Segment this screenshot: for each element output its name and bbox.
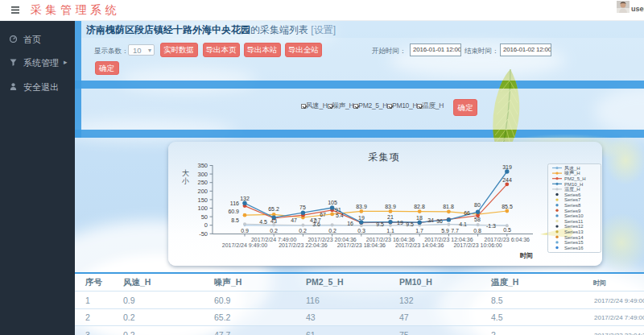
svg-text:47: 47 [291, 217, 297, 223]
svg-text:1.1: 1.1 [386, 228, 394, 234]
svg-text:Series13: Series13 [564, 230, 584, 234]
svg-text:5.9: 5.9 [441, 228, 449, 234]
svg-text:200: 200 [197, 188, 208, 195]
svg-text:PM10_H: PM10_H [564, 182, 583, 187]
svg-text:19: 19 [358, 215, 365, 221]
svg-text:Series12: Series12 [564, 224, 584, 229]
svg-text:2017/2/23 14:04:36: 2017/2/23 14:04:36 [395, 242, 444, 248]
svg-text:80: 80 [474, 202, 481, 208]
svg-text:Series8: Series8 [564, 203, 581, 208]
svg-text:2017/2/23 6:04:36: 2017/2/23 6:04:36 [485, 237, 530, 242]
svg-text:-1.3: -1.3 [486, 223, 496, 229]
svg-text:2017/2/23 10:06:00: 2017/2/23 10:06:00 [453, 242, 502, 248]
svg-text:8.5: 8.5 [231, 217, 239, 223]
svg-text:1.7: 1.7 [415, 228, 423, 234]
svg-text:0.9: 0.9 [241, 228, 249, 234]
svg-text:0.8: 0.8 [473, 228, 481, 234]
svg-text:9.5: 9.5 [406, 221, 414, 227]
svg-text:-50: -50 [199, 230, 208, 238]
svg-text:Series7: Series7 [564, 197, 581, 202]
svg-text:2017/2/23 12:04:36: 2017/2/23 12:04:36 [424, 237, 473, 242]
svg-text:34: 34 [427, 217, 434, 223]
svg-text:2017/2/23 18:04:36: 2017/2/23 18:04:36 [337, 242, 386, 248]
svg-text:大: 大 [182, 169, 189, 177]
svg-text:2017/2/24 9:49:00: 2017/2/24 9:49:00 [222, 242, 268, 248]
svg-text:50: 50 [201, 213, 208, 221]
svg-text:19: 19 [397, 220, 403, 225]
svg-text:100: 100 [197, 205, 208, 212]
svg-text:Series15: Series15 [564, 240, 584, 245]
svg-text:0.3: 0.3 [357, 228, 365, 234]
svg-text:4.1: 4.1 [459, 221, 467, 227]
svg-text:0: 0 [204, 221, 208, 229]
svg-text:83.9: 83.9 [356, 204, 367, 209]
svg-text:36: 36 [436, 218, 443, 224]
svg-text:时间: 时间 [520, 252, 533, 259]
svg-text:2017/2/23 20:04:36: 2017/2/23 20:04:36 [308, 237, 356, 242]
svg-text:Series9: Series9 [564, 209, 581, 213]
svg-text:244: 244 [502, 177, 512, 183]
svg-text:60.9: 60.9 [228, 209, 239, 214]
svg-text:5.4: 5.4 [336, 213, 344, 218]
svg-text:250: 250 [197, 179, 208, 186]
svg-text:85.5: 85.5 [502, 204, 513, 209]
svg-text:0.2: 0.2 [270, 228, 278, 234]
svg-text:0.2: 0.2 [328, 228, 336, 234]
svg-text:58: 58 [474, 217, 481, 222]
svg-text:116: 116 [230, 201, 239, 206]
svg-text:43: 43 [270, 218, 277, 224]
svg-text:83.9: 83.9 [385, 204, 396, 209]
svg-text:81.8: 81.8 [443, 204, 454, 209]
svg-text:0.2: 0.2 [299, 228, 307, 234]
svg-text:2017/2/23 16:04:36: 2017/2/23 16:04:36 [366, 237, 415, 242]
svg-text:Series10: Series10 [564, 213, 584, 218]
svg-text:风速_H: 风速_H [564, 166, 580, 171]
svg-text:350: 350 [197, 162, 208, 169]
svg-text:采集项: 采集项 [369, 151, 400, 163]
svg-text:Series11: Series11 [564, 219, 584, 224]
svg-text:PM2_5_H: PM2_5_H [564, 176, 586, 181]
svg-text:小: 小 [181, 177, 189, 185]
svg-text:0.5: 0.5 [503, 227, 511, 233]
svg-text:3.6: 3.6 [312, 221, 320, 227]
svg-text:2017/2/24 7:49:00: 2017/2/24 7:49:00 [251, 237, 297, 242]
svg-text:7.7: 7.7 [451, 228, 459, 234]
svg-text:91: 91 [335, 207, 341, 213]
svg-text:Series14: Series14 [564, 235, 584, 240]
svg-text:Series6: Series6 [564, 192, 581, 197]
svg-text:65.2: 65.2 [268, 206, 279, 212]
svg-text:82.8: 82.8 [414, 204, 425, 209]
svg-text:21: 21 [387, 214, 394, 220]
svg-text:2017/2/23 22:04:36: 2017/2/23 22:04:36 [279, 242, 327, 248]
svg-text:9.5: 9.5 [376, 221, 384, 227]
svg-text:18: 18 [416, 215, 423, 221]
svg-text:300: 300 [197, 171, 208, 178]
svg-text:132: 132 [240, 196, 250, 201]
svg-text:16: 16 [347, 221, 353, 226]
svg-text:66: 66 [464, 210, 470, 216]
svg-text:噪声_H: 噪声_H [564, 171, 580, 176]
svg-text:75: 75 [299, 205, 306, 210]
svg-text:67: 67 [320, 212, 326, 217]
svg-text:319: 319 [502, 164, 512, 170]
svg-text:4.5: 4.5 [259, 219, 267, 225]
svg-text:Series16: Series16 [564, 246, 584, 250]
svg-text:105: 105 [328, 200, 337, 205]
svg-text:150: 150 [197, 196, 208, 204]
